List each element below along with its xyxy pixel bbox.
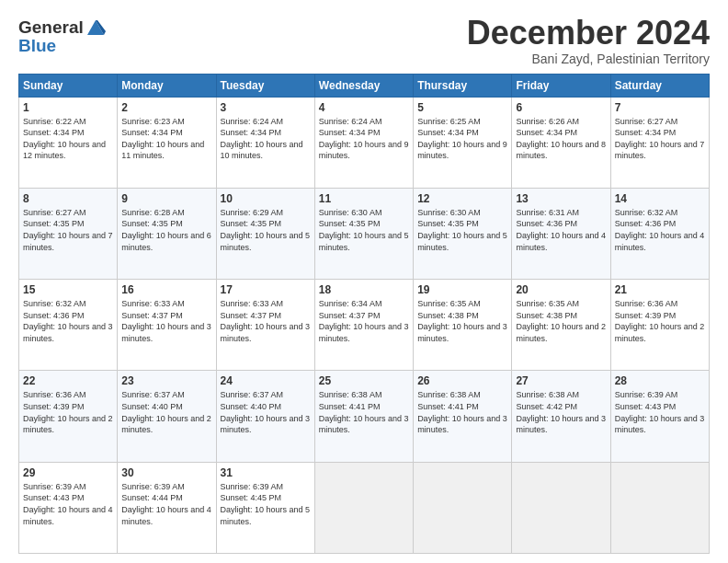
title-block: December 2024 Bani Zayd, Palestinian Ter… bbox=[467, 15, 710, 66]
day-number: 21 bbox=[615, 283, 705, 296]
day-info: Sunrise: 6:28 AM Sunset: 4:35 PM Dayligh… bbox=[121, 207, 211, 253]
calendar-cell: 14 Sunrise: 6:32 AM Sunset: 4:36 PM Dayl… bbox=[610, 188, 709, 279]
day-number: 10 bbox=[221, 192, 311, 205]
logo-icon bbox=[85, 18, 106, 37]
day-info: Sunrise: 6:36 AM Sunset: 4:39 PM Dayligh… bbox=[23, 389, 113, 435]
calendar-cell bbox=[314, 462, 413, 553]
day-info: Sunrise: 6:27 AM Sunset: 4:35 PM Dayligh… bbox=[23, 207, 113, 253]
calendar-cell: 11 Sunrise: 6:30 AM Sunset: 4:35 PM Dayl… bbox=[314, 188, 413, 279]
calendar-cell: 29 Sunrise: 6:39 AM Sunset: 4:43 PM Dayl… bbox=[19, 462, 118, 553]
calendar-header-row: SundayMondayTuesdayWednesdayThursdayFrid… bbox=[19, 74, 710, 97]
day-info: Sunrise: 6:37 AM Sunset: 4:40 PM Dayligh… bbox=[121, 389, 211, 435]
day-number: 20 bbox=[516, 283, 606, 296]
calendar-cell bbox=[512, 462, 610, 553]
day-number: 13 bbox=[516, 192, 606, 205]
day-info: Sunrise: 6:32 AM Sunset: 4:36 PM Dayligh… bbox=[23, 298, 113, 344]
day-info: Sunrise: 6:39 AM Sunset: 4:43 PM Dayligh… bbox=[615, 389, 705, 435]
day-number: 25 bbox=[319, 374, 409, 387]
day-number: 3 bbox=[221, 101, 311, 114]
calendar-week-row: 29 Sunrise: 6:39 AM Sunset: 4:43 PM Dayl… bbox=[19, 462, 710, 553]
day-number: 29 bbox=[23, 466, 113, 479]
day-info: Sunrise: 6:36 AM Sunset: 4:39 PM Dayligh… bbox=[615, 298, 705, 344]
calendar-cell: 13 Sunrise: 6:31 AM Sunset: 4:36 PM Dayl… bbox=[512, 188, 610, 279]
day-info: Sunrise: 6:35 AM Sunset: 4:38 PM Dayligh… bbox=[417, 298, 507, 344]
calendar-cell: 16 Sunrise: 6:33 AM Sunset: 4:37 PM Dayl… bbox=[118, 280, 216, 371]
day-info: Sunrise: 6:35 AM Sunset: 4:38 PM Dayligh… bbox=[516, 298, 606, 344]
day-info: Sunrise: 6:38 AM Sunset: 4:41 PM Dayligh… bbox=[417, 389, 507, 435]
header: General Blue December 2024 Bani Zayd, Pa… bbox=[18, 15, 710, 66]
day-number: 24 bbox=[221, 374, 311, 387]
page: General Blue December 2024 Bani Zayd, Pa… bbox=[0, 0, 728, 563]
calendar-cell: 2 Sunrise: 6:23 AM Sunset: 4:34 PM Dayli… bbox=[118, 97, 216, 188]
day-number: 31 bbox=[221, 466, 311, 479]
calendar-cell: 9 Sunrise: 6:28 AM Sunset: 4:35 PM Dayli… bbox=[118, 188, 216, 279]
calendar-cell: 15 Sunrise: 6:32 AM Sunset: 4:36 PM Dayl… bbox=[19, 280, 118, 371]
logo-blue: Blue bbox=[18, 37, 106, 56]
day-number: 26 bbox=[417, 374, 507, 387]
calendar-week-row: 1 Sunrise: 6:22 AM Sunset: 4:34 PM Dayli… bbox=[19, 97, 710, 188]
logo: General Blue bbox=[18, 18, 106, 56]
day-number: 22 bbox=[23, 374, 113, 387]
calendar-cell: 3 Sunrise: 6:24 AM Sunset: 4:34 PM Dayli… bbox=[216, 97, 314, 188]
day-number: 27 bbox=[516, 374, 606, 387]
day-number: 9 bbox=[121, 192, 211, 205]
calendar-cell: 24 Sunrise: 6:37 AM Sunset: 4:40 PM Dayl… bbox=[216, 371, 314, 462]
day-info: Sunrise: 6:38 AM Sunset: 4:41 PM Dayligh… bbox=[319, 389, 409, 435]
day-info: Sunrise: 6:30 AM Sunset: 4:35 PM Dayligh… bbox=[417, 207, 507, 253]
day-info: Sunrise: 6:38 AM Sunset: 4:42 PM Dayligh… bbox=[516, 389, 606, 435]
calendar-cell: 27 Sunrise: 6:38 AM Sunset: 4:42 PM Dayl… bbox=[512, 371, 610, 462]
day-info: Sunrise: 6:34 AM Sunset: 4:37 PM Dayligh… bbox=[319, 298, 409, 344]
day-info: Sunrise: 6:29 AM Sunset: 4:35 PM Dayligh… bbox=[221, 207, 311, 253]
day-number: 19 bbox=[417, 283, 507, 296]
weekday-header: Monday bbox=[118, 74, 216, 97]
day-number: 5 bbox=[417, 101, 507, 114]
day-info: Sunrise: 6:37 AM Sunset: 4:40 PM Dayligh… bbox=[221, 389, 311, 435]
calendar-cell: 23 Sunrise: 6:37 AM Sunset: 4:40 PM Dayl… bbox=[118, 371, 216, 462]
calendar-cell: 25 Sunrise: 6:38 AM Sunset: 4:41 PM Dayl… bbox=[314, 371, 413, 462]
day-number: 28 bbox=[615, 374, 705, 387]
day-number: 30 bbox=[121, 466, 211, 479]
day-info: Sunrise: 6:31 AM Sunset: 4:36 PM Dayligh… bbox=[516, 207, 606, 253]
day-info: Sunrise: 6:24 AM Sunset: 4:34 PM Dayligh… bbox=[221, 116, 311, 162]
calendar-cell: 4 Sunrise: 6:24 AM Sunset: 4:34 PM Dayli… bbox=[314, 97, 413, 188]
day-number: 18 bbox=[319, 283, 409, 296]
day-info: Sunrise: 6:30 AM Sunset: 4:35 PM Dayligh… bbox=[319, 207, 409, 253]
calendar-cell: 10 Sunrise: 6:29 AM Sunset: 4:35 PM Dayl… bbox=[216, 188, 314, 279]
day-number: 8 bbox=[23, 192, 113, 205]
calendar-cell: 1 Sunrise: 6:22 AM Sunset: 4:34 PM Dayli… bbox=[19, 97, 118, 188]
weekday-header: Tuesday bbox=[216, 74, 314, 97]
calendar-cell: 26 Sunrise: 6:38 AM Sunset: 4:41 PM Dayl… bbox=[414, 371, 512, 462]
day-number: 6 bbox=[516, 101, 606, 114]
calendar-cell: 28 Sunrise: 6:39 AM Sunset: 4:43 PM Dayl… bbox=[610, 371, 709, 462]
calendar-cell: 6 Sunrise: 6:26 AM Sunset: 4:34 PM Dayli… bbox=[512, 97, 610, 188]
day-number: 1 bbox=[23, 101, 113, 114]
day-info: Sunrise: 6:33 AM Sunset: 4:37 PM Dayligh… bbox=[121, 298, 211, 344]
day-info: Sunrise: 6:22 AM Sunset: 4:34 PM Dayligh… bbox=[23, 116, 113, 162]
day-number: 23 bbox=[121, 374, 211, 387]
calendar-table: SundayMondayTuesdayWednesdayThursdayFrid… bbox=[18, 74, 710, 554]
day-number: 11 bbox=[319, 192, 409, 205]
day-info: Sunrise: 6:24 AM Sunset: 4:34 PM Dayligh… bbox=[319, 116, 409, 162]
calendar-cell: 19 Sunrise: 6:35 AM Sunset: 4:38 PM Dayl… bbox=[414, 280, 512, 371]
calendar-week-row: 15 Sunrise: 6:32 AM Sunset: 4:36 PM Dayl… bbox=[19, 280, 710, 371]
calendar-cell: 17 Sunrise: 6:33 AM Sunset: 4:37 PM Dayl… bbox=[216, 280, 314, 371]
calendar-cell bbox=[610, 462, 709, 553]
calendar-cell bbox=[414, 462, 512, 553]
calendar-cell: 20 Sunrise: 6:35 AM Sunset: 4:38 PM Dayl… bbox=[512, 280, 610, 371]
calendar-week-row: 22 Sunrise: 6:36 AM Sunset: 4:39 PM Dayl… bbox=[19, 371, 710, 462]
calendar-cell: 18 Sunrise: 6:34 AM Sunset: 4:37 PM Dayl… bbox=[314, 280, 413, 371]
day-number: 12 bbox=[417, 192, 507, 205]
day-number: 16 bbox=[121, 283, 211, 296]
location-subtitle: Bani Zayd, Palestinian Territory bbox=[467, 52, 710, 66]
calendar-cell: 12 Sunrise: 6:30 AM Sunset: 4:35 PM Dayl… bbox=[414, 188, 512, 279]
calendar-cell: 31 Sunrise: 6:39 AM Sunset: 4:45 PM Dayl… bbox=[216, 462, 314, 553]
calendar-cell: 7 Sunrise: 6:27 AM Sunset: 4:34 PM Dayli… bbox=[610, 97, 709, 188]
day-number: 15 bbox=[23, 283, 113, 296]
calendar-cell: 22 Sunrise: 6:36 AM Sunset: 4:39 PM Dayl… bbox=[19, 371, 118, 462]
day-number: 14 bbox=[615, 192, 705, 205]
day-info: Sunrise: 6:39 AM Sunset: 4:44 PM Dayligh… bbox=[121, 481, 211, 527]
calendar-cell: 5 Sunrise: 6:25 AM Sunset: 4:34 PM Dayli… bbox=[414, 97, 512, 188]
day-info: Sunrise: 6:32 AM Sunset: 4:36 PM Dayligh… bbox=[615, 207, 705, 253]
day-info: Sunrise: 6:39 AM Sunset: 4:45 PM Dayligh… bbox=[221, 481, 311, 527]
calendar-cell: 8 Sunrise: 6:27 AM Sunset: 4:35 PM Dayli… bbox=[19, 188, 118, 279]
